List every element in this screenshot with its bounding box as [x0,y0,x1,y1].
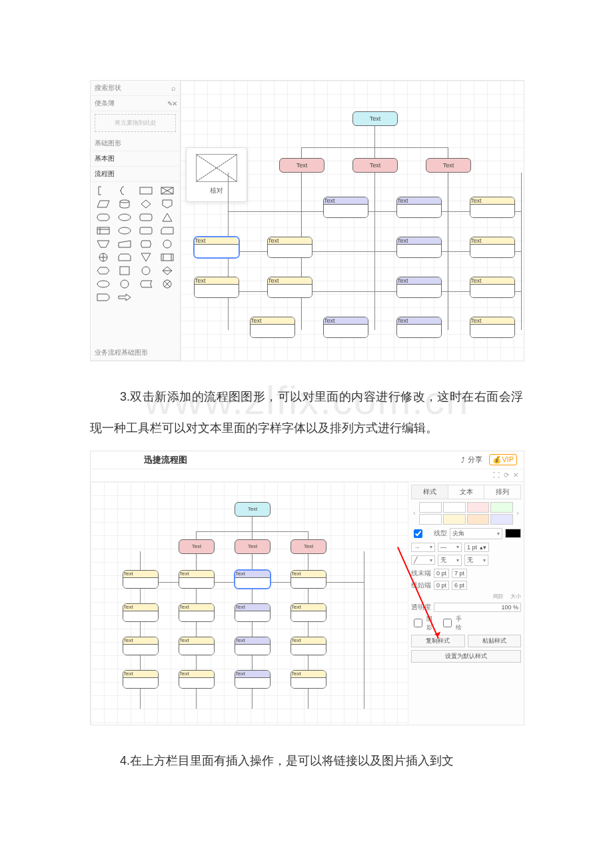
org-node[interactable]: Text [179,570,215,589]
org-node-selected[interactable]: Text [194,237,239,258]
swatch[interactable] [419,502,442,513]
line-end-val[interactable]: 0 pt [434,569,449,578]
shape-delay[interactable] [97,293,110,302]
org-node[interactable]: Text [279,158,324,173]
org-node[interactable]: Text [396,197,442,218]
org-node[interactable]: Text [470,197,515,218]
swatch[interactable] [443,502,466,513]
tab-text[interactable]: 文本 [448,485,485,499]
shape-trapezoid[interactable] [97,239,110,249]
shape-terminator[interactable] [118,226,131,235]
org-node[interactable]: Text [250,317,295,338]
shape-roundrect[interactable] [139,213,153,222]
org-node[interactable]: Text [352,158,398,173]
org-node[interactable]: Text [267,237,312,258]
swatch-prev[interactable]: ‹ [411,509,418,517]
swatch[interactable] [419,514,442,525]
swatch[interactable] [443,514,466,525]
paste-style-button[interactable]: 粘贴样式 [468,635,522,647]
vip-badge[interactable]: 💰VIP [489,454,517,465]
shape-manual-input[interactable] [118,239,131,249]
line-color[interactable] [505,529,521,538]
org-node[interactable]: Text [123,670,159,689]
org-node[interactable]: Text [470,277,515,298]
shape-rect[interactable] [139,186,153,195]
shape-roundrect2[interactable] [139,226,153,235]
shape-diamond[interactable] [139,199,153,209]
org-node-root[interactable]: Text [352,111,398,126]
shape-parallelogram[interactable] [97,199,110,209]
shape-cylinder[interactable] [118,199,131,209]
swatch[interactable] [467,514,490,525]
section-basic[interactable]: 基本图 [91,151,180,167]
org-node[interactable]: Text [396,277,442,298]
shape-circle[interactable] [161,239,174,249]
org-node[interactable]: Text [470,317,515,338]
line-type-check[interactable] [414,529,422,538]
shape-sort[interactable] [161,266,174,275]
shape-ellipse[interactable] [118,213,131,222]
line-type-select[interactable]: 尖角▾ [450,528,502,539]
section-flow[interactable]: 流程图 [91,167,180,182]
shape-sum[interactable] [97,253,110,262]
org-node[interactable]: Text [470,237,515,258]
refresh-icon[interactable]: ⟳ [504,471,509,479]
org-node[interactable]: Text [267,277,312,298]
line-start-size[interactable]: 6 pt [452,581,467,590]
shape-or[interactable] [161,279,174,289]
swatch-next[interactable]: › [514,509,521,517]
swatch[interactable] [467,502,490,513]
line-width[interactable]: 1 pt▴▾ [464,543,489,552]
org-node[interactable]: Text [291,637,326,655]
org-node[interactable]: Text [179,637,215,655]
line-end-size[interactable]: 7 pt [452,569,467,578]
shape-connector[interactable] [139,266,153,275]
canvas-2[interactable]: Text Text Text Text Text Text Text Text … [91,482,408,725]
org-node[interactable]: Text [396,237,442,258]
set-default-style-button[interactable]: 设置为默认样式 [411,650,521,663]
close-icon[interactable]: ✕ [513,471,518,479]
org-node[interactable]: Text [291,570,326,589]
line-start-val[interactable]: 0 pt [434,581,449,590]
shape-x-box[interactable] [161,186,174,195]
org-node[interactable]: Text [323,197,368,218]
org-node[interactable]: Text [179,539,215,554]
shape-oval[interactable] [97,279,110,289]
section-biz-flow[interactable]: 业务流程基础图形 [91,345,180,361]
shape-stadium[interactable] [97,213,110,222]
shape-hexagon[interactable] [97,266,110,275]
org-node[interactable]: Text [291,539,326,554]
share-button[interactable]: ⤴分享 [457,453,486,466]
shape-predefined[interactable] [161,253,174,262]
swatch[interactable] [490,514,513,525]
org-node[interactable]: Text [235,637,271,655]
scratchpad-drop[interactable]: 将元素拖到此处 [95,114,176,132]
shape-bracket-left[interactable] [97,186,110,195]
shape-offpage[interactable] [161,199,174,209]
shape-card[interactable] [161,226,174,235]
scratchpad-header[interactable]: 便条簿 ✎ ✕ [91,96,180,111]
org-node[interactable]: Text [323,317,368,338]
org-node[interactable]: Text [426,158,471,173]
line-style-select[interactable]: ╱▾ [411,555,435,565]
org-node[interactable]: Text [235,670,271,689]
shape-arrow[interactable] [118,293,131,302]
shape-merge[interactable] [139,253,153,262]
org-node[interactable]: Text [235,539,271,554]
shape-box[interactable] [118,266,131,275]
line-none-select[interactable]: 无▾ [438,555,462,566]
org-node[interactable]: Text [123,637,159,655]
shape-loop-limit[interactable] [118,253,131,262]
org-node[interactable]: Text [235,603,271,622]
org-node[interactable]: Text [291,603,326,622]
org-node[interactable]: Text [179,670,215,689]
org-node[interactable]: Text [179,603,215,622]
arrow-start-select[interactable]: →▾ [411,543,435,552]
org-node[interactable]: Text [123,570,159,589]
shape-triangle[interactable] [161,213,174,222]
shape-search[interactable]: 搜索形状 ⌕ [91,81,180,96]
org-node[interactable]: Text [291,670,326,689]
tab-arrange[interactable]: 排列 [484,485,520,499]
swatch[interactable] [490,502,513,513]
opacity-value[interactable]: 100 % [434,603,521,612]
